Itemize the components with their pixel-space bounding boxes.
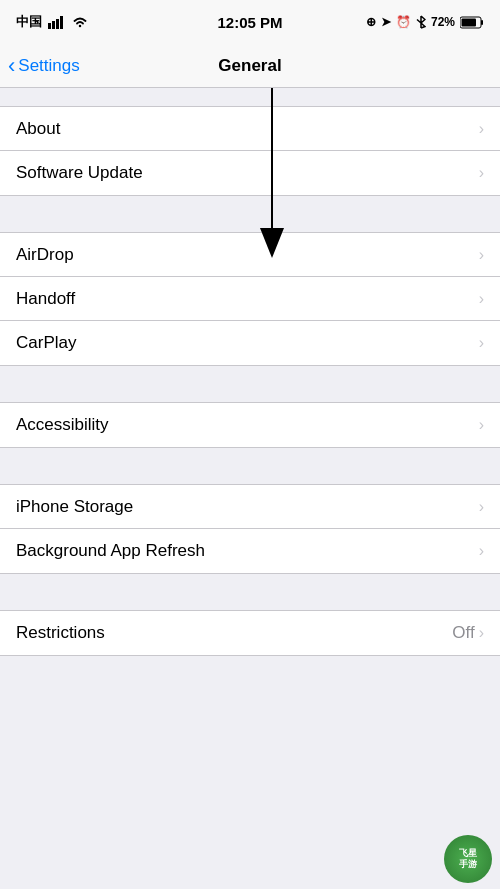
storage-section: iPhone Storage › Background App Refresh … — [0, 484, 500, 574]
gap-2 — [0, 366, 500, 402]
about-item-left: About — [16, 119, 60, 139]
carplay-chevron-icon: › — [479, 334, 484, 352]
software-update-item-right: › — [479, 164, 484, 182]
watermark-text: 飞星手游 — [459, 848, 477, 870]
status-time: 12:05 PM — [217, 14, 282, 31]
status-bar: 中国 12:05 PM ⊕ ➤ ⏰ 72% — [0, 0, 500, 44]
restrictions-section: Restrictions Off › — [0, 610, 500, 656]
battery-icon — [460, 16, 484, 29]
svg-rect-0 — [48, 23, 51, 29]
accessibility-section: Accessibility › — [0, 402, 500, 448]
svg-rect-1 — [52, 21, 55, 29]
alarm-icon: ⏰ — [396, 15, 411, 29]
airdrop-item-right: › — [479, 246, 484, 264]
watermark: 飞星手游 — [444, 835, 492, 883]
location-icon: ⊕ — [366, 15, 376, 29]
airdrop-label: AirDrop — [16, 245, 74, 265]
about-chevron-icon: › — [479, 120, 484, 138]
background-app-refresh-item-left: Background App Refresh — [16, 541, 205, 561]
status-right: ⊕ ➤ ⏰ 72% — [366, 15, 484, 29]
background-app-refresh-item[interactable]: Background App Refresh › — [0, 529, 500, 573]
accessibility-chevron-icon: › — [479, 416, 484, 434]
gap-4 — [0, 574, 500, 610]
gap-3 — [0, 448, 500, 484]
restrictions-item-left: Restrictions — [16, 623, 105, 643]
carplay-item[interactable]: CarPlay › — [0, 321, 500, 365]
iphone-storage-chevron-icon: › — [479, 498, 484, 516]
back-chevron-icon: ‹ — [8, 55, 15, 77]
restrictions-item-right: Off › — [452, 623, 484, 643]
connectivity-section: AirDrop › Handoff › CarPlay › — [0, 232, 500, 366]
svg-rect-2 — [56, 19, 59, 29]
handoff-chevron-icon: › — [479, 290, 484, 308]
software-update-label: Software Update — [16, 163, 143, 183]
signal-icon — [48, 16, 66, 29]
svg-rect-3 — [60, 16, 63, 29]
about-item-right: › — [479, 120, 484, 138]
back-button[interactable]: ‹ Settings — [8, 55, 80, 77]
page-title: General — [218, 56, 281, 76]
software-update-item-left: Software Update — [16, 163, 143, 183]
accessibility-item-left: Accessibility — [16, 415, 109, 435]
background-app-refresh-chevron-icon: › — [479, 542, 484, 560]
back-label[interactable]: Settings — [18, 56, 79, 76]
software-update-chevron-icon: › — [479, 164, 484, 182]
battery-text: 72% — [431, 15, 455, 29]
airdrop-chevron-icon: › — [479, 246, 484, 264]
direction-icon: ➤ — [381, 15, 391, 29]
software-update-item[interactable]: Software Update › — [0, 151, 500, 195]
handoff-item-left: Handoff — [16, 289, 75, 309]
top-gap — [0, 88, 500, 106]
svg-rect-6 — [462, 18, 477, 26]
status-left: 中国 — [16, 13, 88, 31]
carplay-item-left: CarPlay — [16, 333, 76, 353]
iphone-storage-label: iPhone Storage — [16, 497, 133, 517]
content-area: About › Software Update › AirDrop › — [0, 88, 500, 656]
bluetooth-icon — [416, 15, 426, 29]
handoff-item[interactable]: Handoff › — [0, 277, 500, 321]
handoff-item-right: › — [479, 290, 484, 308]
carrier-text: 中国 — [16, 13, 42, 31]
iphone-storage-item[interactable]: iPhone Storage › — [0, 485, 500, 529]
iphone-storage-item-left: iPhone Storage — [16, 497, 133, 517]
iphone-storage-item-right: › — [479, 498, 484, 516]
wifi-icon — [72, 16, 88, 28]
carplay-item-right: › — [479, 334, 484, 352]
nav-bar: ‹ Settings General — [0, 44, 500, 88]
restrictions-chevron-icon: › — [479, 624, 484, 642]
accessibility-item[interactable]: Accessibility › — [0, 403, 500, 447]
about-section: About › Software Update › — [0, 106, 500, 196]
background-app-refresh-item-right: › — [479, 542, 484, 560]
background-app-refresh-label: Background App Refresh — [16, 541, 205, 561]
accessibility-label: Accessibility — [16, 415, 109, 435]
svg-rect-5 — [481, 20, 483, 25]
accessibility-item-right: › — [479, 416, 484, 434]
restrictions-item[interactable]: Restrictions Off › — [0, 611, 500, 655]
restrictions-label: Restrictions — [16, 623, 105, 643]
carplay-label: CarPlay — [16, 333, 76, 353]
airdrop-item[interactable]: AirDrop › — [0, 233, 500, 277]
restrictions-value: Off — [452, 623, 474, 643]
handoff-label: Handoff — [16, 289, 75, 309]
airdrop-item-left: AirDrop — [16, 245, 74, 265]
about-item[interactable]: About › — [0, 107, 500, 151]
gap-1 — [0, 196, 500, 232]
about-label: About — [16, 119, 60, 139]
